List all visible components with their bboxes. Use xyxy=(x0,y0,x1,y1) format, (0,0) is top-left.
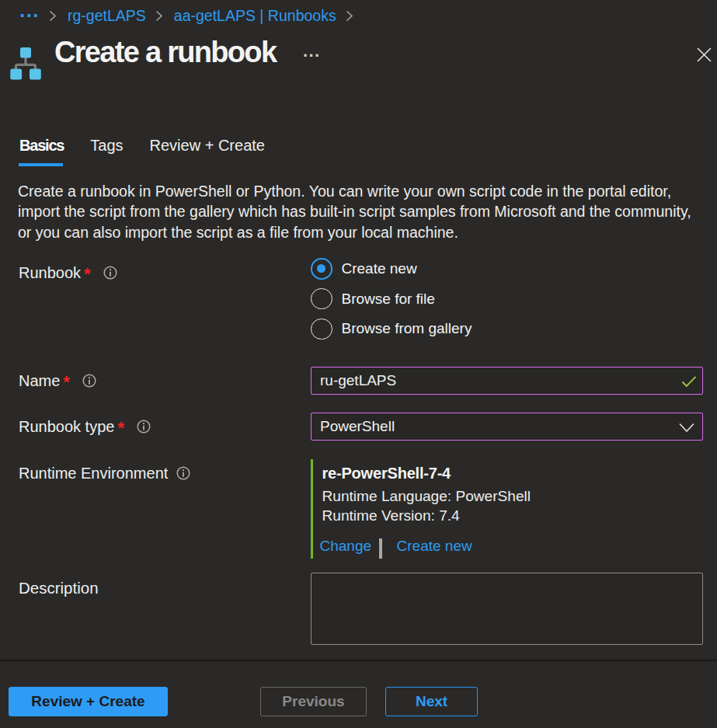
runtime-environment-label: Runtime Environment xyxy=(19,459,311,559)
runbook-icon xyxy=(10,47,41,83)
field-label-text: Runtime Environment xyxy=(19,465,168,482)
close-icon[interactable] xyxy=(697,47,712,62)
runbook-label: Runbook * xyxy=(19,264,311,284)
radio-browse-for-file[interactable]: Browse for file xyxy=(311,284,703,314)
previous-button[interactable]: Previous xyxy=(260,687,367,716)
info-icon[interactable] xyxy=(137,420,151,437)
radio-dot xyxy=(317,264,325,273)
required-asterisk: * xyxy=(63,372,70,392)
runtime-environment-name: re-PowerShell-7-4 xyxy=(322,464,704,483)
radio-browse-from-gallery[interactable]: Browse from gallery xyxy=(311,314,703,344)
breadcrumb: ··· rg-getLAPS aa-getLAPS | Runbooks xyxy=(19,6,364,25)
runtime-language: Runtime Language: PowerShell xyxy=(322,486,704,506)
field-control xyxy=(311,573,703,645)
create-runbook-blade: ··· rg-getLAPS aa-getLAPS | Runbooks Cre… xyxy=(0,0,717,728)
review-create-button[interactable]: Review + Create xyxy=(9,687,168,716)
title-more-menu[interactable]: ··· xyxy=(303,47,321,64)
info-icon[interactable] xyxy=(103,266,117,284)
info-icon[interactable] xyxy=(82,374,96,392)
breadcrumb-chevron-icon xyxy=(155,10,163,22)
runbook-type-field-row: Runbook type * PowerShell xyxy=(19,413,703,441)
page-title: Create a runbook xyxy=(54,36,276,69)
field-control: ru-getLAPS xyxy=(311,367,703,395)
runbook-type-label: Runbook type * xyxy=(19,413,311,441)
field-label-text: Description xyxy=(19,579,99,597)
radio-create-new[interactable]: Create new xyxy=(311,254,703,284)
required-asterisk: * xyxy=(117,418,124,438)
breadcrumb-overflow[interactable]: ··· xyxy=(19,6,40,25)
field-label-text: Runbook xyxy=(19,264,81,282)
runtime-environment-row: Runtime Environment re-PowerShell-7-4 Ru… xyxy=(19,459,703,559)
intro-text: Create a runbook in PowerShell or Python… xyxy=(18,181,700,242)
breadcrumb-item-rg[interactable]: rg-getLAPS xyxy=(68,7,146,25)
field-control: PowerShell xyxy=(311,413,703,441)
name-field-row: Name * ru-getLAPS xyxy=(19,367,703,395)
radio-button-icon xyxy=(311,319,332,340)
tab-bar: Basics Tags Review + Create xyxy=(19,137,291,166)
tab-review-create[interactable]: Review + Create xyxy=(150,137,265,166)
radio-button-icon xyxy=(311,258,332,280)
breadcrumb-chevron-icon xyxy=(49,10,57,22)
name-input[interactable]: ru-getLAPS xyxy=(311,367,703,395)
required-asterisk: * xyxy=(84,264,91,284)
field-control: re-PowerShell-7-4 Runtime Language: Powe… xyxy=(311,459,703,559)
footer-bar: Review + Create Previous Next xyxy=(0,660,717,728)
radio-option-label: Browse from gallery xyxy=(342,320,472,337)
breadcrumb-chevron-icon xyxy=(346,10,353,22)
description-label: Description xyxy=(19,573,311,645)
link-separator xyxy=(379,538,382,559)
name-label: Name * xyxy=(19,367,311,395)
valid-check-icon xyxy=(681,375,697,391)
description-textarea[interactable] xyxy=(311,573,703,645)
runbook-type-select[interactable]: PowerShell xyxy=(311,413,703,441)
next-button[interactable]: Next xyxy=(385,687,478,716)
runtime-environment-summary: re-PowerShell-7-4 Runtime Language: Powe… xyxy=(311,459,703,559)
change-link[interactable]: Change xyxy=(320,538,372,555)
description-field-row: Description xyxy=(19,573,703,645)
chevron-down-icon xyxy=(679,422,694,436)
tab-tags[interactable]: Tags xyxy=(90,137,123,166)
radio-option-label: Browse for file xyxy=(342,291,435,308)
runtime-version: Runtime Version: 7.4 xyxy=(322,506,704,525)
breadcrumb-item-aa[interactable]: aa-getLAPS | Runbooks xyxy=(174,7,336,25)
radio-option-label: Create new xyxy=(342,260,417,277)
field-label-text: Runbook type xyxy=(19,418,114,436)
create-new-link[interactable]: Create new xyxy=(397,538,472,555)
tab-basics[interactable]: Basics xyxy=(19,137,64,166)
runtime-environment-links: Change Create new xyxy=(320,538,704,555)
field-label-text: Name xyxy=(19,372,60,390)
runbook-source-radio-group: Create new Browse for file Browse from g… xyxy=(311,254,703,344)
radio-button-icon xyxy=(311,288,332,310)
info-icon[interactable] xyxy=(176,466,190,484)
